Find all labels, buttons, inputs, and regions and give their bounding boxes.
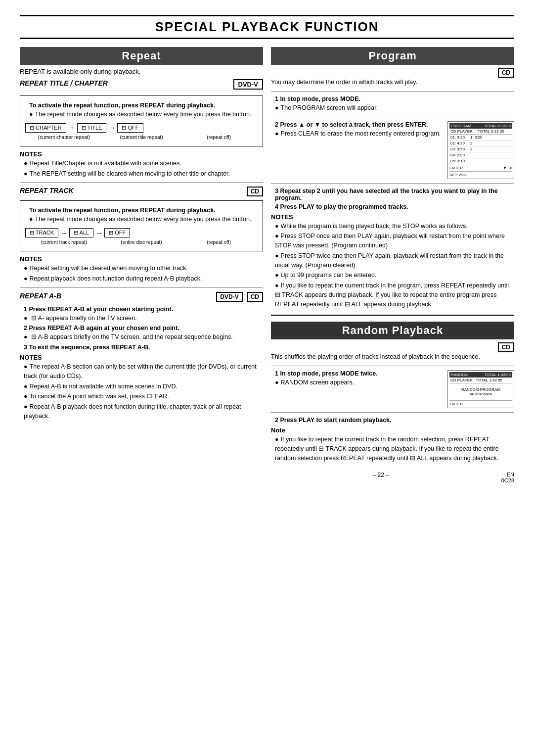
- dvdv-badge-ab: DVD-V: [216, 292, 242, 302]
- ab-bullet2: ⊟ A-B appears briefly on the TV screen, …: [24, 332, 263, 342]
- track-label: (current track repeat): [25, 239, 103, 245]
- right-column: Program CD You may determine the order i…: [271, 47, 514, 464]
- random-header: Random Playback: [271, 322, 514, 339]
- title-icon: ⊟ TITLE: [77, 123, 107, 133]
- page-title: SPECIAL PLAYBACK FUNCTION: [20, 15, 514, 39]
- program-screen: PROGRAM TOTAL 0:13:30 CD PLAYER TOTAL 0:…: [447, 121, 514, 179]
- ab-step2: 2 Press REPEAT A-B again at your chosen …: [24, 325, 263, 331]
- program-intro: You may determine the order in which tra…: [271, 78, 514, 87]
- repeat-column: Repeat REPEAT is available only during p…: [20, 47, 263, 464]
- off-label-1: (repeat off): [180, 135, 258, 140]
- program-notes-label: NOTES: [271, 213, 514, 221]
- ab-step3: 3 To exit the sequence, press REPEAT A-B…: [24, 344, 263, 351]
- ab-notes-label: NOTES: [20, 354, 263, 361]
- chapter-icon: ⊟ CHAPTER: [25, 123, 66, 133]
- repeat-ab: DVD-V CD REPEAT A-B 1 Press REPEAT A-B a…: [20, 292, 263, 421]
- track-instruction: To activate the repeat function, press R…: [29, 207, 258, 214]
- repeat-title-chapter-subtitle: REPEAT TITLE / CHAPTER: [20, 79, 263, 87]
- track-flow: ⊟ TRACK → ⊟ ALL → ⊟ OFF (current track r…: [25, 228, 258, 245]
- all-icon: ⊟ ALL: [69, 228, 93, 237]
- a-icon: ⊟: [31, 315, 38, 322]
- bottom-bar: – 22 – EN0C28: [20, 472, 514, 483]
- off-icon-2: ⊟ OFF: [104, 228, 130, 237]
- page-number: – 22 –: [261, 472, 501, 483]
- track-note1: Repeat setting will be cleared when movi…: [24, 264, 263, 273]
- repeat-track: CD REPEAT TRACK To activate the repeat f…: [20, 187, 263, 283]
- track-icon: ⊟ TRACK: [25, 228, 58, 237]
- title-chapter-flow: ⊟ CHAPTER → ⊟ TITLE → ⊟ OFF (current cha…: [25, 123, 258, 140]
- program-header: Program: [271, 47, 514, 65]
- program-note3: Press STOP twice and then PLAY again, pl…: [275, 251, 514, 270]
- ab-note3: To cancel the A point which was set, pre…: [24, 392, 263, 401]
- off-icon-1: ⊟ OFF: [117, 123, 143, 133]
- title-chapter-note1: Repeat Title/Chapter is not available wi…: [24, 159, 263, 168]
- title-chapter-instruction-box: To activate the repeat function, press R…: [20, 95, 263, 146]
- random-section: Random Playback CD This shuffles the pla…: [271, 322, 514, 463]
- ab-icon: ⊟: [31, 333, 38, 340]
- program-note2: Press STOP once and then PLAY again, pla…: [275, 232, 514, 250]
- ab-step1: 1 Press REPEAT A-B at your chosen starti…: [24, 306, 263, 313]
- program-bullet1: The PROGRAM screen will appear.: [275, 103, 514, 113]
- title-label: (current title repeat): [103, 135, 180, 140]
- ab-note1: The repeat A-B section can only be set w…: [24, 362, 263, 381]
- random-step2: 2 Press PLAY to start random playback.: [275, 417, 514, 424]
- program-note1: While the program is being played back, …: [275, 222, 514, 231]
- cd-badge-random: CD: [498, 342, 514, 352]
- off-label-2: (repeat off): [180, 239, 258, 245]
- program-note5: If you like to repeat the current track …: [275, 281, 514, 309]
- repeat-available-text: REPEAT is available only during playback…: [20, 68, 263, 75]
- track-bullet1: The repeat mode changes as described bel…: [29, 215, 258, 224]
- cd-badge-ab: CD: [247, 292, 263, 302]
- track-notes-label: NOTES: [20, 255, 263, 263]
- program-step3: 3 Repeat step 2 until you have selected …: [275, 188, 514, 201]
- program-section: Program CD You may determine the order i…: [271, 47, 514, 309]
- repeat-title-chapter: DVD-V REPEAT TITLE / CHAPTER To activate…: [20, 79, 263, 178]
- main-content: Repeat REPEAT is available only during p…: [20, 47, 514, 464]
- repeat-track-subtitle: REPEAT TRACK: [20, 187, 263, 194]
- cd-badge-program: CD: [498, 68, 514, 78]
- chapter-label: (current chapter repeat): [25, 135, 103, 140]
- track-note2: Repeat playback does not function during…: [24, 274, 263, 284]
- random-note-label: Note: [271, 426, 514, 434]
- title-chapter-bullet1: The repeat mode changes as described bel…: [29, 110, 258, 119]
- random-intro: This shuffles the playing order of track…: [271, 352, 514, 362]
- title-chapter-notes-label: NOTES: [20, 150, 263, 158]
- track-instruction-box: To activate the repeat function, press R…: [20, 200, 263, 251]
- ab-bullet1: ⊟ A- appears briefly on the TV screen.: [24, 314, 263, 323]
- random-screen: RANDOM TOTAL 1:43:05 CD PLAYER TOTAL 1:4…: [447, 370, 514, 408]
- cd-badge-track: CD: [247, 187, 263, 196]
- program-step1: 1 In stop mode, press MODE.: [275, 95, 514, 102]
- page-container: SPECIAL PLAYBACK FUNCTION Repeat REPEAT …: [20, 15, 514, 483]
- repeat-header: Repeat: [20, 47, 263, 65]
- title-chapter-note2: The REPEAT setting will be cleared when …: [24, 169, 263, 179]
- program-note4: Up to 99 programs can be entered.: [275, 271, 514, 280]
- all-label: (entire disc repeat): [103, 239, 180, 245]
- title-chapter-instruction: To activate the repeat function, press R…: [29, 102, 258, 109]
- program-step4: 4 Press PLAY to play the programmed trac…: [275, 203, 514, 210]
- ab-note4: Repeat A-B playback does not function du…: [24, 402, 263, 421]
- en-code: EN0C28: [501, 472, 514, 483]
- random-note1: If you like to repeat the current track …: [275, 435, 514, 463]
- dvdv-badge-title: DVD-V: [233, 79, 263, 90]
- ab-note2: Repeat A-B is not available with some sc…: [24, 382, 263, 391]
